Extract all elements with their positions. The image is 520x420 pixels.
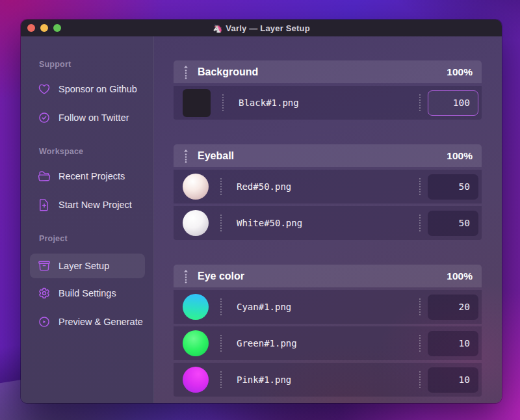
badge-check-icon (38, 111, 51, 124)
layer-file-name: White#50.png (237, 218, 408, 228)
sidebar-item-follow-twitter[interactable]: Follow on Twitter (30, 108, 145, 127)
layer-group-eye-color: Eye color 100% Cyan#1.png Green#1.png (174, 265, 482, 397)
layer-file-name: Pink#1.png (237, 374, 408, 385)
section-label-project: Project (39, 234, 145, 243)
layer-group-background: Background 100% Black#1.png (174, 60, 482, 120)
layer-group-eyeball: Eyeball 100% Red#50.png White#50.png (174, 144, 482, 240)
layer-file-name: Green#1.png (237, 338, 408, 348)
document-plus-icon (38, 198, 51, 211)
layer-weight-input[interactable] (428, 211, 478, 236)
layer-setup-panel: Background 100% Black#1.png (154, 36, 502, 403)
layer-thumbnail (183, 367, 209, 393)
sidebar-item-layer-setup[interactable]: Layer Setup (30, 254, 145, 278)
heart-icon (38, 83, 51, 96)
group-title: Eyeball (198, 150, 447, 162)
drag-handle-icon[interactable] (183, 149, 189, 163)
layer-row: White#50.png (174, 206, 482, 240)
drag-handle-icon[interactable] (183, 269, 189, 283)
unicorn-app-icon: 🦄 (213, 24, 222, 33)
section-label-support: Support (39, 60, 145, 69)
layer-weight-input[interactable] (428, 295, 478, 320)
layer-group-header[interactable]: Background 100% (174, 60, 482, 83)
sidebar-item-label: Sponsor on Github (58, 84, 137, 94)
sidebar-item-label: Recent Projects (58, 171, 125, 181)
layer-thumbnail (183, 89, 211, 117)
layer-weight-input[interactable] (428, 90, 478, 116)
sidebar-item-recent-projects[interactable]: Recent Projects (30, 166, 145, 186)
window-title: 🦄Varly — Layer Setup (21, 23, 502, 33)
sidebar: Support Sponsor on Github Follow on Twit… (21, 36, 154, 403)
layer-row: Cyan#1.png (174, 290, 482, 324)
layer-group-header[interactable]: Eyeball 100% (174, 144, 482, 167)
sidebar-item-build-settings[interactable]: Build Settings (30, 283, 145, 303)
dotted-divider (220, 298, 222, 315)
gear-icon (38, 287, 51, 300)
layer-file-name: Cyan#1.png (237, 302, 408, 312)
layer-row: Red#50.png (174, 170, 482, 203)
sidebar-item-label: Start New Project (58, 200, 132, 210)
dotted-divider (419, 298, 421, 315)
sidebar-item-start-new-project[interactable]: Start New Project (30, 195, 145, 215)
sidebar-item-label: Follow on Twitter (58, 112, 129, 123)
section-label-workspace: Workspace (39, 147, 145, 156)
dotted-divider (220, 178, 222, 195)
folder-open-icon (38, 170, 51, 183)
layer-row: Green#1.png (174, 326, 482, 360)
sidebar-item-label: Build Settings (58, 288, 116, 298)
window-titlebar[interactable]: 🦄Varly — Layer Setup (21, 20, 502, 36)
sidebar-item-label: Layer Setup (58, 261, 109, 271)
archive-box-icon (38, 259, 51, 272)
layer-row: Pink#1.png (174, 363, 482, 397)
dotted-divider (419, 215, 421, 231)
desktop-wallpaper: 🦄Varly — Layer Setup Support Sponsor on … (0, 0, 520, 420)
layer-file-name: Black#1.png (239, 98, 408, 108)
layer-thumbnail (183, 294, 209, 320)
dotted-divider (222, 94, 224, 111)
app-window: 🦄Varly — Layer Setup Support Sponsor on … (21, 20, 502, 403)
layer-group-header[interactable]: Eye color 100% (174, 265, 482, 287)
sidebar-item-preview-generate[interactable]: Preview & Generate (30, 312, 145, 332)
group-weight: 100% (447, 150, 473, 162)
dotted-divider (419, 94, 421, 111)
group-weight: 100% (447, 270, 473, 282)
layer-weight-input[interactable] (428, 331, 478, 356)
layer-row: Black#1.png (174, 86, 482, 120)
group-title: Eye color (198, 270, 447, 282)
dotted-divider (220, 371, 222, 388)
sidebar-section-workspace: Workspace Recent Projects Start New Proj… (30, 147, 145, 215)
dotted-divider (419, 371, 421, 388)
dotted-divider (419, 178, 421, 195)
dotted-divider (419, 335, 421, 352)
dotted-divider (220, 335, 222, 352)
sidebar-item-sponsor-github[interactable]: Sponsor on Github (30, 79, 145, 99)
group-title: Background (198, 66, 447, 78)
layer-weight-input[interactable] (428, 367, 478, 393)
group-weight: 100% (447, 66, 473, 78)
sidebar-section-project: Project Layer Setup Build Settings (30, 234, 145, 332)
dotted-divider (220, 215, 222, 231)
window-title-text: Varly — Layer Setup (226, 23, 310, 33)
sidebar-section-support: Support Sponsor on Github Follow on Twit… (30, 60, 145, 127)
layer-file-name: Red#50.png (237, 181, 408, 192)
layer-thumbnail (183, 174, 209, 200)
layer-thumbnail (183, 330, 209, 356)
play-circle-icon (38, 315, 51, 328)
sidebar-item-label: Preview & Generate (58, 317, 143, 327)
layer-weight-input[interactable] (428, 174, 478, 200)
drag-handle-icon[interactable] (183, 65, 189, 79)
layer-thumbnail (183, 210, 209, 236)
